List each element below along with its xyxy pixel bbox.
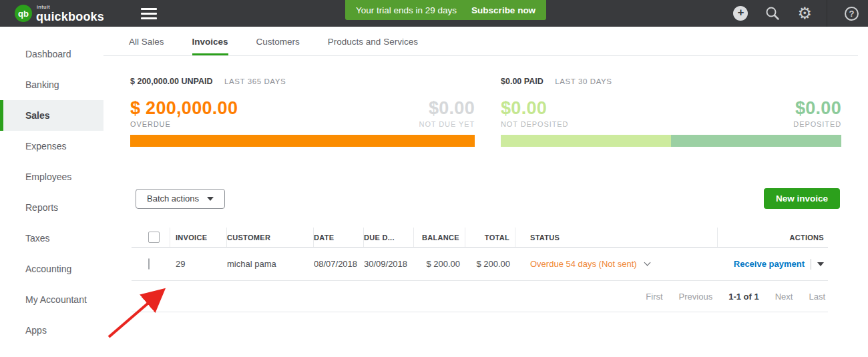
overdue-amount: $ 200,000.00 bbox=[130, 99, 238, 117]
pagination-previous[interactable]: Previous bbox=[679, 292, 713, 302]
tab-all-sales[interactable]: All Sales bbox=[129, 27, 164, 55]
sidebar-item-expenses[interactable]: Expenses bbox=[0, 131, 103, 161]
tab-customers[interactable]: Customers bbox=[256, 27, 300, 55]
cell-invoice-number: 29 bbox=[170, 259, 227, 269]
brand-intuit: intuit bbox=[37, 5, 104, 10]
pagination: First Previous 1-1 of 1 Next Last bbox=[132, 281, 828, 312]
sidebar-nav: Dashboard Banking Sales Expenses Employe… bbox=[0, 27, 103, 357]
not-deposited-amount: $0.00 bbox=[501, 99, 568, 117]
cell-balance: $ 200.00 bbox=[414, 259, 465, 269]
sidebar-item-my-accountant[interactable]: My Accountant bbox=[0, 284, 103, 315]
top-bar: qb intuit quickbooks Your trial ends in … bbox=[0, 0, 868, 27]
table-toolbar: Batch actions New invoice bbox=[103, 188, 868, 209]
batch-actions-button[interactable]: Batch actions bbox=[136, 189, 225, 209]
row-checkbox[interactable] bbox=[148, 258, 150, 270]
not-deposited-bar-segment[interactable] bbox=[501, 135, 671, 147]
trial-banner: Your trial ends in 29 days Subscribe now bbox=[345, 0, 546, 20]
sidebar-item-taxes[interactable]: Taxes bbox=[0, 223, 103, 254]
quickbooks-logo: qb intuit quickbooks bbox=[15, 5, 104, 23]
not-due-label: NOT DUE YET bbox=[419, 120, 475, 128]
cell-due-date: 30/09/2018 bbox=[364, 259, 414, 269]
gear-icon: ⚙ bbox=[797, 5, 812, 21]
sidebar-item-reports[interactable]: Reports bbox=[0, 192, 103, 223]
header-due-date[interactable]: DUE D... bbox=[364, 228, 414, 247]
new-invoice-button[interactable]: New invoice bbox=[764, 188, 840, 209]
actions-divider bbox=[811, 259, 811, 270]
header-status[interactable]: STATUS bbox=[515, 228, 718, 247]
sidebar-item-accounting[interactable]: Accounting bbox=[0, 254, 103, 284]
sidebar-item-apps[interactable]: Apps bbox=[0, 315, 103, 346]
header-balance[interactable]: BALANCE bbox=[414, 228, 465, 247]
overdue-label: OVERDUE bbox=[130, 120, 238, 128]
subscribe-now-button[interactable]: Subscribe now bbox=[471, 5, 535, 15]
create-new-button[interactable]: + bbox=[733, 6, 748, 21]
header-invoice[interactable]: INVOICE bbox=[170, 228, 227, 247]
pagination-last[interactable]: Last bbox=[809, 292, 825, 302]
cell-date: 08/07/2018 bbox=[314, 259, 364, 269]
sidebar-item-banking[interactable]: Banking bbox=[0, 69, 103, 100]
trial-banner-text: Your trial ends in 29 days bbox=[356, 5, 457, 15]
plus-icon: + bbox=[733, 6, 748, 21]
status-chevron-down-icon[interactable] bbox=[644, 260, 650, 266]
chevron-down-icon bbox=[207, 197, 214, 201]
search-icon bbox=[765, 6, 780, 21]
header-customer[interactable]: CUSTOMER bbox=[227, 228, 314, 247]
paid-summary: $0.00 PAID bbox=[501, 77, 544, 86]
topbar-divider bbox=[827, 0, 827, 27]
unpaid-section: $ 200,000.00 UNPAID LAST 365 DAYS $ 200,… bbox=[130, 77, 475, 147]
select-all-checkbox[interactable] bbox=[148, 232, 160, 243]
paid-period: LAST 30 DAYS bbox=[555, 77, 612, 85]
table-row: 29 michal pama 08/07/2018 30/09/2018 $ 2… bbox=[132, 248, 828, 281]
help-icon: ? bbox=[845, 7, 859, 21]
help-button[interactable]: ? bbox=[845, 7, 859, 21]
actions-dropdown-icon[interactable] bbox=[817, 262, 824, 266]
cell-customer-name: michal pama bbox=[227, 259, 314, 269]
deposited-amount: $0.00 bbox=[793, 99, 841, 117]
pagination-range: 1-1 of 1 bbox=[728, 292, 759, 302]
brand-quickbooks: quickbooks bbox=[36, 11, 104, 23]
sales-tabs: All Sales Invoices Customers Products an… bbox=[103, 27, 858, 56]
sidebar-item-sales[interactable]: Sales bbox=[0, 100, 103, 131]
header-date[interactable]: DATE bbox=[314, 228, 364, 247]
header-actions: ACTIONS bbox=[718, 228, 828, 247]
unpaid-period: LAST 365 DAYS bbox=[224, 77, 286, 85]
pagination-next[interactable]: Next bbox=[775, 292, 793, 302]
search-button[interactable] bbox=[765, 6, 780, 21]
qb-logo-icon: qb bbox=[15, 5, 32, 22]
paid-section: $0.00 PAID LAST 30 DAYS $0.00 NOT DEPOSI… bbox=[501, 77, 841, 147]
deposited-label: DEPOSITED bbox=[793, 120, 841, 128]
unpaid-summary: $ 200,000.00 UNPAID bbox=[130, 77, 212, 86]
deposited-bar-segment[interactable] bbox=[671, 135, 841, 147]
pagination-first[interactable]: First bbox=[646, 292, 662, 302]
settings-button[interactable]: ⚙ bbox=[797, 5, 812, 21]
receive-payment-link[interactable]: Receive payment bbox=[734, 259, 805, 269]
main-content: All Sales Invoices Customers Products an… bbox=[103, 27, 868, 357]
sidebar-item-employees[interactable]: Employees bbox=[0, 161, 103, 192]
tab-products-and-services[interactable]: Products and Services bbox=[328, 27, 418, 55]
sidebar-item-dashboard[interactable]: Dashboard bbox=[0, 39, 103, 69]
status-badge: Overdue 54 days (Not sent) bbox=[530, 259, 637, 269]
overdue-bar-segment[interactable] bbox=[130, 135, 475, 147]
not-due-amount: $0.00 bbox=[419, 99, 475, 117]
not-deposited-label: NOT DEPOSITED bbox=[501, 120, 568, 128]
money-bar: $ 200,000.00 UNPAID LAST 365 DAYS $ 200,… bbox=[103, 77, 868, 147]
cell-total: $ 200.00 bbox=[465, 259, 515, 269]
tab-invoices[interactable]: Invoices bbox=[192, 27, 228, 55]
invoices-table: INVOICE CUSTOMER DATE DUE D... BALANCE T… bbox=[132, 228, 828, 312]
table-header-row: INVOICE CUSTOMER DATE DUE D... BALANCE T… bbox=[132, 228, 828, 248]
hamburger-menu-icon[interactable] bbox=[141, 8, 157, 19]
header-total[interactable]: TOTAL bbox=[465, 228, 515, 247]
